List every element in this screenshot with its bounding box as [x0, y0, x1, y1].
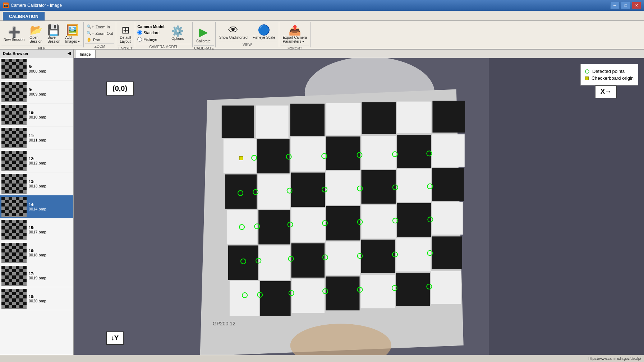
svg-rect-284	[326, 277, 359, 310]
svg-rect-6	[12, 62, 16, 65]
standard-radio-label[interactable]: Standard	[137, 30, 166, 35]
fisheye-scale-button[interactable]: 🔵 Fisheye Scale	[250, 24, 277, 41]
calibrate-button[interactable]: ▶ Calibrate	[194, 24, 213, 45]
sidebar-item[interactable]: 18:0020.bmp	[0, 287, 73, 310]
svg-rect-86	[12, 144, 16, 147]
add-images-label: AddImages ▾	[65, 36, 80, 43]
svg-rect-8	[1, 65, 5, 69]
svg-rect-241	[19, 305, 23, 308]
svg-rect-27	[5, 85, 9, 88]
maximize-button[interactable]: □	[621, 2, 630, 9]
minimize-button[interactable]: ─	[610, 2, 620, 9]
zoom-out-button[interactable]: 🔍− Zoom Out	[85, 30, 114, 36]
zoom-group-label: ZOOM	[85, 43, 114, 49]
svg-rect-167	[12, 229, 16, 233]
sidebar-item[interactable]: 17:0019.bmp	[0, 264, 73, 287]
default-layout-button[interactable]: ⊞ DefaultLayout	[118, 24, 133, 45]
fisheye-radio-label[interactable]: Fisheye	[137, 37, 166, 42]
svg-rect-162	[1, 226, 5, 229]
show-undistorted-button[interactable]: 👁 Show Undistorted	[217, 24, 250, 41]
toolbar-group-view: 👁 Show Undistorted 🔵 Fisheye Scale VIEW	[216, 22, 279, 47]
legend: Detected points Checkerboard origin	[580, 64, 638, 85]
svg-rect-262	[291, 173, 325, 207]
sidebar-item-label: 17:0019.bmp	[29, 272, 46, 280]
svg-rect-46	[9, 105, 12, 108]
svg-rect-50	[12, 108, 16, 111]
svg-rect-239	[5, 305, 9, 308]
sidebar-item-label: 12:0012.bmp	[29, 157, 46, 165]
svg-rect-155	[1, 220, 5, 223]
checkerboard-image: GP200 12	[74, 58, 644, 355]
svg-rect-243	[489, 58, 644, 355]
fisheye-radio[interactable]	[137, 37, 142, 42]
sidebar-item[interactable]: 11:0011.bmp	[0, 126, 73, 149]
svg-rect-170	[9, 233, 12, 236]
svg-rect-121	[23, 180, 27, 184]
svg-rect-69	[16, 128, 19, 131]
svg-rect-161	[19, 223, 23, 226]
svg-rect-34	[5, 92, 9, 95]
svg-rect-234	[19, 298, 23, 302]
data-browser-title: Data Browser	[3, 51, 28, 56]
checkerboard-origin-label: Checkerboard origin	[592, 75, 634, 81]
toolbar-group-calibrate: ▶ Calibrate CALIBRATE	[193, 22, 216, 47]
show-undistorted-label: Show Undistorted	[219, 36, 248, 40]
save-session-button[interactable]: 💾 SaveSession	[45, 24, 63, 45]
svg-rect-168	[19, 229, 23, 233]
svg-rect-2	[9, 59, 12, 62]
view-group-label: VIEW	[217, 42, 277, 47]
svg-rect-18	[23, 72, 27, 75]
sidebar-item[interactable]: 16:0018.bmp	[0, 241, 73, 264]
svg-rect-137	[5, 200, 9, 203]
data-browser-collapse-icon[interactable]: ◀	[68, 51, 70, 56]
svg-rect-107	[5, 167, 9, 170]
svg-rect-105	[16, 164, 19, 167]
options-button[interactable]: ⚙️ Options	[169, 25, 186, 42]
svg-rect-237	[16, 302, 19, 305]
svg-rect-180	[23, 243, 27, 246]
sidebar-item[interactable]: 13:0013.bmp	[0, 172, 73, 195]
sidebar-thumb	[1, 128, 27, 148]
svg-rect-202	[23, 266, 27, 269]
svg-rect-143	[23, 203, 27, 206]
sidebar-list: 8:0008.bmp9:0009.bmp10:0010.bmp11:0011.b…	[0, 57, 73, 355]
tab-bar: CALIBRATION	[0, 11, 644, 21]
standard-radio[interactable]	[137, 30, 142, 35]
svg-rect-58	[19, 115, 23, 118]
svg-rect-205	[19, 269, 23, 272]
svg-rect-9	[9, 65, 12, 69]
svg-rect-250	[362, 102, 396, 134]
close-button[interactable]: ✕	[632, 2, 641, 9]
svg-rect-199	[1, 266, 5, 269]
checkerboard-origin-legend: Checkerboard origin	[585, 75, 634, 81]
new-session-button[interactable]: ➕ New Session	[1, 26, 27, 43]
svg-rect-35	[12, 92, 16, 95]
svg-rect-277	[326, 241, 360, 275]
fisheye-label: Fisheye	[143, 37, 157, 42]
sidebar-item[interactable]: 9:0009.bmp	[0, 80, 73, 103]
sidebar-item[interactable]: 14:0014.bmp	[0, 195, 73, 218]
image-tab[interactable]: Image	[75, 50, 96, 58]
svg-rect-47	[16, 105, 19, 108]
svg-rect-204	[12, 269, 16, 272]
sidebar-item[interactable]: 15:0017.bmp	[0, 218, 73, 241]
svg-rect-255	[291, 137, 325, 171]
open-session-button[interactable]: 📂 OpenSession	[27, 24, 45, 45]
sidebar-item[interactable]: 12:0012.bmp	[0, 149, 73, 172]
svg-rect-230	[16, 295, 19, 298]
export-camera-button[interactable]: 📤 Export CameraParameters ▾	[281, 24, 309, 45]
sidebar-thumb	[1, 59, 27, 79]
image-viewport[interactable]: GP200 12 (0,0) X→ ↓Y Detected points Che…	[74, 58, 644, 355]
sidebar-item[interactable]: 8:0008.bmp	[0, 57, 73, 80]
svg-rect-271	[362, 205, 396, 238]
sidebar-item[interactable]: 10:0010.bmp	[0, 103, 73, 126]
add-images-button[interactable]: 🖼️ AddImages ▾	[63, 24, 82, 45]
pan-button[interactable]: ✋ Pan	[85, 37, 102, 43]
zoom-in-button[interactable]: 🔍+ Zoom In	[85, 24, 111, 30]
svg-rect-15	[1, 72, 5, 75]
calibrate-icon: ▶	[199, 25, 208, 39]
svg-rect-279	[396, 238, 431, 271]
calibration-tab[interactable]: CALIBRATION	[3, 12, 45, 20]
fisheye-scale-icon: 🔵	[258, 25, 270, 35]
svg-text:GP200  12: GP200 12	[213, 321, 235, 326]
